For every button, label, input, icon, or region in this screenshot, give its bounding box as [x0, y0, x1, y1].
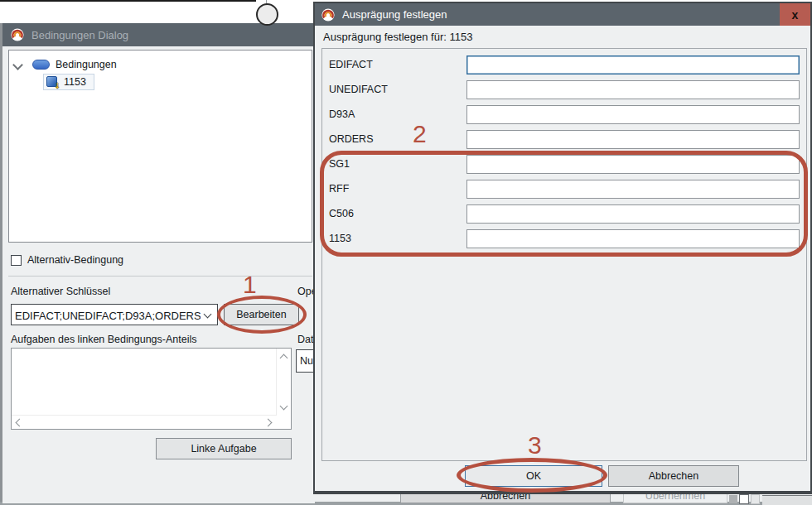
vertical-scrollbar[interactable] [276, 349, 291, 415]
field-label-d93a: D93A [329, 108, 355, 120]
combobox-value: EDIFACT;UNEDIFACT;D93A;ORDERS;S [15, 310, 201, 322]
scroll-right-icon[interactable] [264, 419, 273, 427]
scroll-left-icon[interactable] [16, 419, 24, 427]
field-label-orders: ORDERS [329, 133, 373, 145]
left-tasks-textarea[interactable] [11, 348, 292, 430]
alternativ-bedingung-label: Alternativ-Bedingung [27, 254, 123, 266]
field-label-edifact: EDIFACT [329, 59, 373, 70]
section-divider [8, 276, 312, 277]
alternative-key-combobox[interactable]: EDIFACT;UNEDIFACT;D93A;ORDERS;S [11, 304, 218, 325]
field-label-sg1: SG1 [329, 158, 350, 170]
alternativ-bedingung-checkbox[interactable] [11, 255, 22, 266]
field-input-orders[interactable] [466, 130, 800, 149]
scroll-down-icon[interactable] [280, 402, 288, 411]
dialog-titlebar[interactable]: Ausprägung festlegen [315, 3, 810, 26]
field-label-c506: C506 [329, 208, 354, 219]
taskbar-fragment-panel [762, 495, 812, 505]
chevron-down-icon [204, 310, 212, 319]
window-title: Bedingungen Dialog [31, 29, 128, 41]
field-input-d93a[interactable] [466, 105, 800, 124]
datatype-label-fragment: Dat [297, 334, 313, 345]
condition-group-icon [32, 60, 50, 70]
ok-button-label: OK [526, 470, 541, 482]
dialog-subtitle: Ausprägung festlegen für: 1153 [323, 31, 472, 43]
dialog-title: Ausprägung festlegen [342, 8, 447, 21]
scroll-up-icon[interactable] [280, 354, 288, 363]
close-button[interactable]: x [780, 3, 810, 26]
horizontal-scrollbar[interactable] [12, 415, 277, 429]
edit-button[interactable]: Bearbeiten [224, 304, 299, 325]
close-icon: x [792, 9, 799, 21]
datatype-value-fragment: Nu [300, 355, 313, 367]
field-input-unedifact[interactable] [466, 80, 800, 99]
cancel-button-background-window[interactable]: Abbrechen [400, 493, 611, 503]
taskbar-fragment-light [751, 494, 760, 504]
diagram-node-circle [256, 3, 278, 26]
field-input-c506[interactable] [466, 204, 800, 224]
edit-button-label: Bearbeiten [236, 309, 286, 320]
apply-button-label: Übernehmen [645, 493, 705, 502]
field-input-edifact[interactable] [466, 55, 800, 75]
alternative-key-label: Alternativer Schlüssel [11, 286, 110, 297]
field-label-unedifact: UNEDIFACT [329, 84, 388, 95]
tree-node-root[interactable]: Bedingungen [30, 57, 162, 74]
condition-item-icon: ↓ [46, 76, 57, 87]
cancel-button-label: Abbrechen [649, 470, 698, 482]
left-tasks-label: Aufgaben des linken Bedingungs-Anteils [11, 334, 196, 345]
left-task-button-label: Linke Aufgabe [191, 443, 256, 454]
ok-button[interactable]: OK [465, 465, 602, 487]
field-label-rff: RFF [329, 183, 349, 195]
cancel-button-label: Abbrechen [481, 493, 530, 502]
tree-child-label: 1153 [64, 76, 86, 88]
tree-root-label: Bedingungen [56, 59, 117, 70]
field-label-1153: 1153 [329, 233, 351, 244]
field-input-sg1[interactable] [466, 155, 800, 174]
app-logo-icon [321, 8, 335, 22]
down-arrow-icon: ↓ [56, 79, 60, 89]
app-logo-icon [11, 28, 24, 41]
field-input-rff[interactable] [466, 180, 800, 199]
bedingungen-titlebar[interactable]: Bedingungen Dialog [2, 23, 315, 46]
cancel-button[interactable]: Abbrechen [608, 465, 739, 487]
left-task-button[interactable]: Linke Aufgabe [156, 438, 292, 459]
taskbar-fragment-gray [729, 495, 737, 503]
apply-button-background-window[interactable]: Übernehmen [623, 493, 727, 503]
tree-node-1153[interactable]: ↓ 1153 [43, 74, 94, 90]
field-input-1153[interactable] [466, 229, 800, 248]
taskbar-fragment-white [739, 494, 749, 504]
diagram-connector-line [0, 0, 256, 2]
